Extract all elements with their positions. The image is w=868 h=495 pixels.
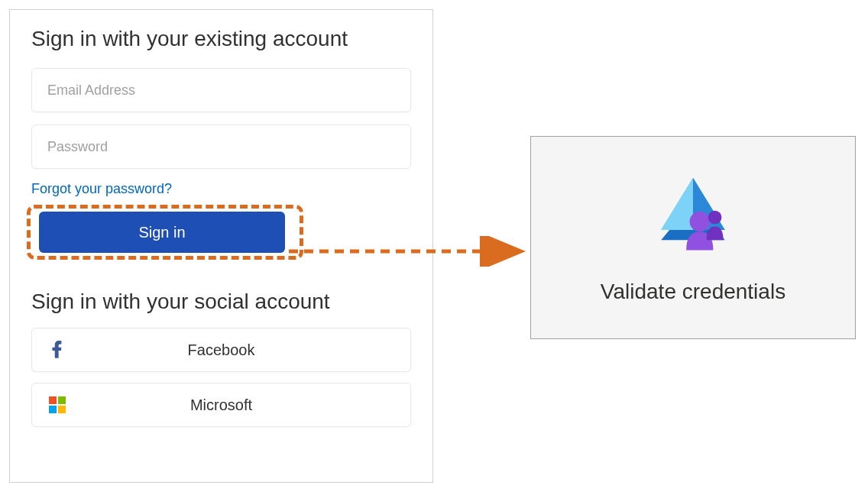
- existing-account-title: Sign in with your existing account: [31, 27, 411, 51]
- azure-identity-icon: [651, 171, 735, 258]
- microsoft-label: Microsoft: [46, 396, 397, 414]
- signin-button[interactable]: Sign in: [39, 212, 285, 253]
- validate-credentials-box: Validate credentials: [530, 136, 856, 339]
- email-input[interactable]: [31, 68, 411, 112]
- social-account-title: Sign in with your social account: [31, 290, 411, 314]
- flow-arrow-icon: [289, 236, 533, 267]
- signin-button-highlight-wrapper: Sign in: [31, 209, 299, 253]
- forgot-password-link[interactable]: Forgot your password?: [31, 181, 172, 197]
- facebook-signin-button[interactable]: Facebook: [31, 328, 411, 372]
- validate-credentials-label: Validate credentials: [601, 280, 785, 304]
- svg-point-10: [708, 211, 722, 225]
- microsoft-signin-button[interactable]: Microsoft: [31, 383, 411, 427]
- facebook-label: Facebook: [46, 341, 397, 359]
- password-input[interactable]: [31, 125, 411, 169]
- svg-point-9: [690, 212, 710, 231]
- svg-marker-7: [661, 178, 693, 230]
